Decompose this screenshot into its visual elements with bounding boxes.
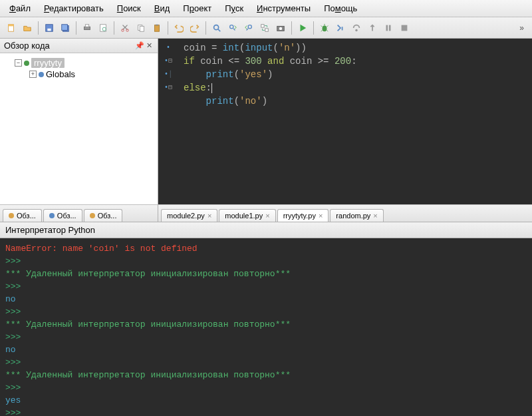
left-tab-3[interactable]: Обз... xyxy=(84,209,123,222)
editor-tab[interactable]: rryytyty.py× xyxy=(277,209,329,222)
editor-tab[interactable]: module1.py× xyxy=(219,209,275,222)
toolbar-overflow[interactable]: » xyxy=(515,23,528,33)
screenshot-button[interactable] xyxy=(273,21,288,35)
close-tab-icon[interactable]: × xyxy=(265,212,269,220)
step-over-button[interactable] xyxy=(349,21,364,35)
close-tab-icon[interactable]: × xyxy=(373,212,377,220)
code-tree[interactable]: − rryytyty + Globals xyxy=(0,53,158,204)
console-line: *** Удаленный интерпретатор инициализиро… xyxy=(5,369,527,381)
svg-rect-15 xyxy=(156,24,158,25)
console-line: no xyxy=(5,343,527,356)
step-out-button[interactable] xyxy=(365,21,380,35)
console-line: >>> xyxy=(5,331,527,343)
svg-point-16 xyxy=(214,25,219,29)
paste-button[interactable] xyxy=(150,21,164,35)
cut-button[interactable] xyxy=(118,21,132,35)
pause-button[interactable] xyxy=(381,21,396,35)
menu-помощь[interactable]: Помощь xyxy=(317,1,364,15)
search-back-button[interactable] xyxy=(241,21,256,35)
left-tab-1[interactable]: Обз... xyxy=(3,209,42,222)
editor-tab[interactable]: module2.py× xyxy=(161,209,217,222)
code-browser-title: Обзор кода xyxy=(4,41,135,51)
menu-редактировать[interactable]: Редактировать xyxy=(37,1,110,15)
stop-button[interactable] xyxy=(397,21,412,35)
step-into-button[interactable] xyxy=(333,21,348,35)
separator xyxy=(205,21,206,35)
svg-point-22 xyxy=(279,27,282,29)
svg-point-17 xyxy=(230,25,233,28)
separator xyxy=(168,21,168,35)
tab-icon xyxy=(49,213,55,218)
svg-rect-27 xyxy=(389,25,391,31)
editor-tab-label: module1.py xyxy=(225,212,263,220)
console-line: >>> xyxy=(5,356,527,369)
tree-child-node[interactable]: + Globals xyxy=(3,69,155,80)
svg-rect-6 xyxy=(84,27,90,29)
menu-вид[interactable]: Вид xyxy=(148,1,177,15)
editor-tab[interactable]: random.py× xyxy=(330,209,383,222)
menu-файл[interactable]: Файл xyxy=(3,1,37,15)
interpreter-console[interactable]: NameError: name 'coin' is not defined>>>… xyxy=(0,238,532,416)
main-toolbar: » xyxy=(0,17,532,39)
preview-button[interactable] xyxy=(96,21,110,35)
svg-rect-20 xyxy=(265,28,268,31)
left-tab-label: Обз... xyxy=(17,212,36,220)
svg-rect-1 xyxy=(9,24,14,26)
save-all-button[interactable] xyxy=(58,21,72,35)
collapse-icon[interactable]: − xyxy=(15,59,22,67)
open-file-button[interactable] xyxy=(20,21,35,35)
svg-point-25 xyxy=(355,29,358,31)
editor-gutter: ⊟ │ ⊟ xyxy=(158,39,178,204)
svg-rect-26 xyxy=(386,25,388,31)
run-button[interactable] xyxy=(295,21,310,35)
undo-button[interactable] xyxy=(172,21,186,35)
save-button[interactable] xyxy=(42,21,57,35)
svg-rect-3 xyxy=(47,28,51,31)
interpreter-header: Интерпретатор Python xyxy=(0,222,532,238)
tree-root-label: rryytyty xyxy=(31,58,65,68)
code-browser-header: Обзор кода 📌 ✕ xyxy=(0,39,158,53)
interpreter-title: Интерпретатор Python xyxy=(5,225,95,235)
code-content[interactable]: coin = int(input('n')) if coin <= 300 an… xyxy=(178,39,362,204)
console-line: >>> xyxy=(5,280,527,293)
search-button[interactable] xyxy=(209,21,224,35)
separator xyxy=(291,21,292,35)
search-next-button[interactable] xyxy=(225,21,240,35)
menu-проект[interactable]: Проект xyxy=(176,1,218,15)
close-tab-icon[interactable]: × xyxy=(207,212,211,220)
print-button[interactable] xyxy=(80,21,94,35)
menubar: ФайлРедактироватьПоискВидПроектПускИнстр… xyxy=(0,0,532,17)
svg-rect-14 xyxy=(155,25,160,31)
new-file-button[interactable] xyxy=(4,21,19,35)
replace-button[interactable] xyxy=(257,21,272,35)
debug-button[interactable] xyxy=(317,21,332,35)
editor-tabs: module2.py×module1.py×rryytyty.py×random… xyxy=(158,204,532,222)
copy-button[interactable] xyxy=(134,21,148,35)
svg-rect-28 xyxy=(402,25,408,31)
console-line: NameError: name 'coin' is not defined xyxy=(5,242,527,255)
close-icon[interactable]: ✕ xyxy=(144,41,154,50)
tree-root-node[interactable]: − rryytyty xyxy=(3,57,155,69)
svg-point-18 xyxy=(248,25,251,28)
code-editor[interactable]: ⊟ │ ⊟ coin = int(input('n')) if coin <= … xyxy=(158,39,532,204)
module-icon xyxy=(24,61,29,66)
svg-rect-19 xyxy=(261,24,264,27)
menu-пуск[interactable]: Пуск xyxy=(218,1,250,15)
menu-поиск[interactable]: Поиск xyxy=(110,1,148,15)
svg-rect-5 xyxy=(62,24,68,30)
editor-area: ⊟ │ ⊟ coin = int(input('n')) if coin <= … xyxy=(158,39,532,222)
left-tab-2[interactable]: Обз... xyxy=(43,209,82,222)
console-line: >>> xyxy=(5,381,527,394)
svg-point-23 xyxy=(323,25,327,31)
console-line: >>> xyxy=(5,255,527,268)
console-line: no xyxy=(5,293,527,306)
pin-icon[interactable]: 📌 xyxy=(135,41,144,50)
editor-tab-label: random.py xyxy=(336,212,370,220)
expand-icon[interactable]: + xyxy=(29,71,37,78)
menu-инструменты[interactable]: Инструменты xyxy=(250,1,317,15)
redo-button[interactable] xyxy=(188,21,202,35)
svg-rect-13 xyxy=(140,26,144,31)
left-panel-tabs: Обз... Обз... Обз... xyxy=(0,204,158,222)
console-line: yes xyxy=(5,394,527,407)
close-tab-icon[interactable]: × xyxy=(319,212,323,220)
